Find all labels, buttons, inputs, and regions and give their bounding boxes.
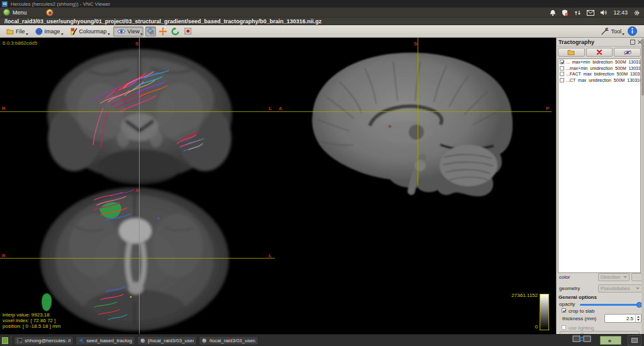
- use-lighting-label: use lighting: [569, 325, 594, 331]
- mail-icon[interactable]: [587, 10, 594, 16]
- taskbar-item-label: /local_raid3/03_user/s...: [209, 338, 255, 343]
- tract-file-row[interactable]: ...CT_max_unidirection_500M_130316.tck: [558, 77, 640, 84]
- focus-mode-button[interactable]: [145, 26, 156, 36]
- image-button[interactable]: Image: [31, 26, 64, 36]
- gray-sphere-icon: [202, 338, 207, 343]
- close-tracks-button[interactable]: [586, 48, 613, 57]
- file-button[interactable]: File: [3, 26, 29, 36]
- tractography-panel-header: Tractography: [557, 38, 644, 47]
- dropdown-arrow-icon: [140, 33, 143, 35]
- opacity-slider[interactable]: [580, 304, 641, 306]
- orientation-label-sagittal-left: A: [279, 106, 282, 111]
- taskbar-item-terminal[interactable]: shhong@hercules: /loc...: [14, 336, 74, 345]
- tract-visible-checkbox[interactable]: [560, 72, 564, 76]
- workspace-indicator[interactable]: [2, 337, 8, 344]
- tract-file-row[interactable]: ..._max+min_bidirection_500M_130316.tck: [558, 59, 640, 65]
- orientation-label-axial-top: A: [135, 187, 139, 193]
- orientation-label-axial-left: R: [2, 253, 6, 259]
- taskbar: shhong@hercules: /loc... seed_based_trac…: [0, 334, 644, 346]
- window-switcher-icon[interactable]: [572, 335, 591, 346]
- voxel-info-button[interactable]: [183, 26, 194, 36]
- bell-icon[interactable]: [550, 9, 556, 16]
- crop-to-slab-checkbox[interactable]: [562, 308, 566, 313]
- taskbar-item-filemanager[interactable]: seed_based_tractogra...: [75, 336, 135, 345]
- menu-label: Menu: [13, 9, 27, 16]
- open-tracks-icon: [567, 49, 575, 55]
- tract-file-name: ...CT_max_unidirection_500M_130316.tck: [566, 78, 640, 82]
- thickness-label: thickness (mm): [562, 316, 596, 321]
- screen: V2 Hercules (hercules2 (shhong)) - VNC V…: [0, 0, 644, 346]
- panel-float-icon[interactable]: [630, 40, 635, 45]
- panel-scrollbar[interactable]: [641, 38, 644, 334]
- workspace-pager[interactable]: [600, 336, 621, 345]
- chevron-down-icon: [636, 287, 640, 289]
- orientation-label-coronal-left: R: [2, 106, 6, 111]
- system-tray: 12:43: [550, 8, 644, 18]
- wrench-icon: [601, 28, 609, 35]
- gray-sphere-icon: [140, 338, 145, 343]
- orientation-label-sagittal-top: S: [414, 41, 417, 47]
- tract-file-row[interactable]: ...max+min_unidirection_500M_130316.tck: [558, 65, 640, 72]
- general-options-label: General options: [558, 294, 597, 300]
- tract-visible-checkbox[interactable]: [560, 78, 564, 82]
- vnc-titlebar: V2 Hercules (hercules2 (shhong)) - VNC V…: [0, 0, 644, 8]
- window-titlebar: /local_raid3/03_user/sunghyoung/01_proje…: [0, 18, 644, 25]
- desktop-menubar: Menu 12:43: [0, 8, 644, 18]
- eye-icon: [117, 28, 126, 35]
- gear-icon[interactable]: [633, 9, 640, 16]
- voxel-grid-icon: [184, 27, 192, 35]
- geometry-label: geometry: [559, 286, 580, 291]
- color-mode-value: Direction: [601, 274, 621, 280]
- taskbar-item-label: shhong@hercules: /loc...: [25, 338, 70, 343]
- network-updown-icon[interactable]: [574, 9, 581, 16]
- voxel-index-text: voxel index: [ 72 86 72 ]: [3, 318, 61, 323]
- thickness-spinbox[interactable]: 2.5: [604, 314, 641, 323]
- tract-visible-checkbox[interactable]: [560, 66, 564, 70]
- terminal-icon: [17, 338, 22, 343]
- thickness-row: thickness (mm) 2.5: [557, 313, 644, 323]
- cursor-status-block: interp value: 9923.18 voxel index: [ 72 …: [3, 312, 61, 329]
- tractography-toolbar: [558, 48, 641, 57]
- tract-file-row[interactable]: ...FACT_max_bidirection_500M_130316.tck: [558, 71, 640, 77]
- interp-value-text: interp value: 9923.18: [3, 312, 61, 318]
- taskbar-item-label: [/local_raid3/03_user/...: [148, 338, 194, 343]
- tool-button[interactable]: Tool: [597, 26, 625, 36]
- geometry-row: geometry Pseudotubes: [557, 284, 644, 293]
- tract-visible-checkbox[interactable]: [560, 60, 564, 64]
- sagittal-slice: [312, 53, 513, 196]
- mrview-version-text: 6.0.3:b862cdd5: [3, 40, 37, 46]
- tractography-panel: Tractography ..._max+min_bidirection_500…: [556, 38, 644, 334]
- show-desktop-button[interactable]: [628, 335, 641, 345]
- taskbar-item-window3[interactable]: [/local_raid3/03_user/...: [137, 336, 197, 345]
- geometry-value: Pseudotubes: [601, 286, 630, 291]
- chevron-down-icon: [623, 276, 627, 278]
- hide-tracks-button[interactable]: [614, 48, 641, 57]
- color-label: color: [559, 274, 570, 280]
- colourmap-button[interactable]: Colourmap: [67, 26, 111, 36]
- move-mode-button[interactable]: [158, 26, 169, 36]
- shield-alert-icon[interactable]: [562, 9, 569, 16]
- taskbar-item-window4[interactable]: /local_raid3/03_user/s...: [199, 336, 258, 345]
- orientation-label-axial-right: L: [269, 253, 272, 259]
- tract-file-name: ...FACT_max_bidirection_500M_130316.tck: [566, 72, 640, 76]
- rotate-mode-button[interactable]: [170, 26, 181, 36]
- tool-button-label: Tool: [611, 28, 621, 35]
- dropdown-arrow-icon: [108, 33, 110, 35]
- mrview-toolbar: File Image Colourmap View: [0, 25, 644, 38]
- volume-icon[interactable]: [600, 9, 608, 16]
- view-button[interactable]: View: [113, 26, 143, 36]
- taskbar-item-label: seed_based_tractogra...: [86, 338, 132, 343]
- open-tracks-button[interactable]: [558, 48, 585, 57]
- info-button[interactable]: [627, 26, 638, 36]
- main-viewport[interactable]: 6.0.3:b862cdd5 interp value: 9923.18 vox…: [0, 38, 556, 334]
- dropdown-arrow-icon: [622, 33, 625, 35]
- move-arrows-icon: [158, 27, 167, 36]
- image-button-label: Image: [45, 28, 60, 35]
- menu-button[interactable]: Menu: [0, 8, 32, 17]
- folder-icon: [6, 28, 14, 35]
- tract-file-list[interactable]: ..._max+min_bidirection_500M_130316.tck …: [558, 59, 641, 273]
- rotate-icon: [171, 27, 180, 35]
- clock[interactable]: 12:43: [613, 9, 628, 16]
- spinbox-arrows-icon[interactable]: [635, 315, 641, 322]
- firefox-icon[interactable]: [46, 9, 53, 16]
